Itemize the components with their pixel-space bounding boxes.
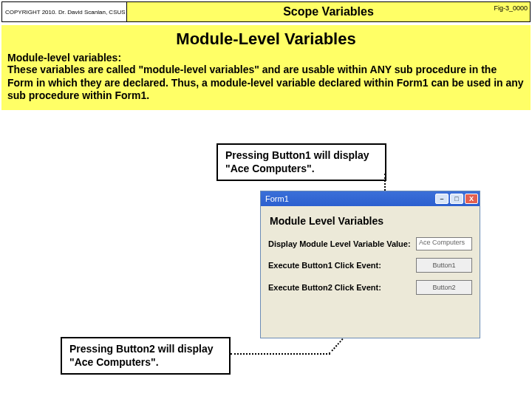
copyright-box: COPYRIGHT 2010. Dr. David Scanlan, CSUS (1, 1, 127, 22)
label-button2: Execute Button2 Click Event: (268, 283, 416, 292)
form1-window: Form1 – □ X Module Level Variables Displ… (260, 191, 480, 338)
button2[interactable]: Button2 (416, 280, 472, 295)
button1[interactable]: Button1 (416, 258, 472, 273)
callout-button2: Pressing Button2 will display "Ace Compu… (61, 337, 231, 375)
connector-line (231, 353, 330, 355)
header-bar: COPYRIGHT 2010. Dr. David Scanlan, CSUS … (1, 1, 531, 22)
row-display-value: Display Module Level Variable Value: Ace… (268, 237, 472, 250)
label-button1: Execute Button1 Click Event: (268, 261, 416, 270)
minimize-icon[interactable]: – (435, 194, 449, 204)
textbox-value[interactable]: Ace Computers (416, 237, 472, 250)
row-button2: Execute Button2 Click Event: Button2 (268, 280, 472, 295)
window-body: Module Level Variables Display Module Le… (261, 206, 480, 307)
page-title: Scope Variables (127, 1, 531, 22)
explainer-block: Module-Level Variables Module-level vari… (1, 25, 531, 110)
subheading: Module-Level Variables (7, 30, 525, 49)
callout-button1: Pressing Button1 will display "Ace Compu… (216, 143, 386, 181)
window-title: Form1 (265, 194, 434, 203)
maximize-icon[interactable]: □ (450, 194, 463, 204)
label-display-value: Display Module Level Variable Value: (268, 239, 416, 248)
close-icon[interactable]: X (465, 194, 478, 204)
form-heading: Module Level Variables (270, 215, 472, 227)
paragraph-body: These variables are called "module-level… (7, 64, 525, 103)
row-button1: Execute Button1 Click Event: Button1 (268, 258, 472, 273)
figure-id: Fig-3_0000 (494, 4, 528, 12)
paragraph-lead: Module-level variables: (7, 52, 525, 64)
window-titlebar: Form1 – □ X (261, 191, 480, 206)
